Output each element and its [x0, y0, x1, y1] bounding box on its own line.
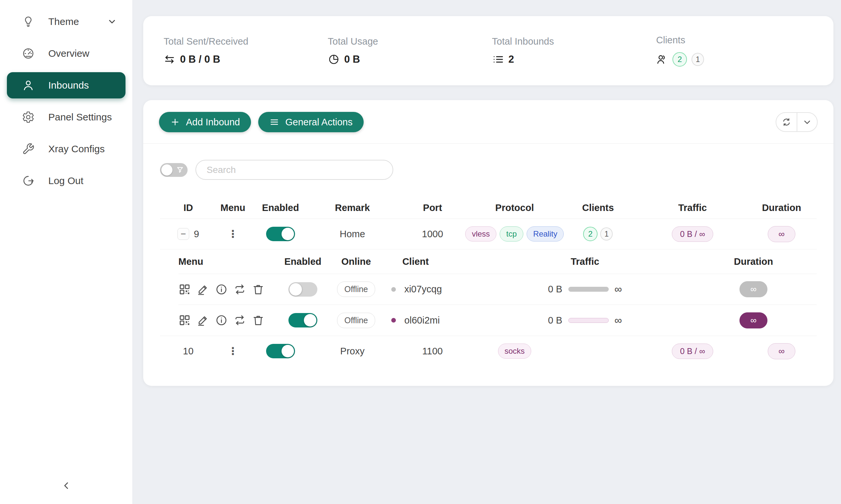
qr-code-button[interactable]: [178, 283, 191, 295]
clients-active-badge: 2: [672, 52, 687, 67]
traffic-cell: 0 B / ∞: [639, 344, 746, 359]
traffic-progress-bar: [568, 287, 609, 292]
traffic-cell: 0 B / ∞: [639, 227, 746, 242]
client-duration-badge: ∞: [739, 281, 768, 297]
edit-button[interactable]: [197, 283, 209, 295]
delete-button[interactable]: [252, 283, 264, 295]
stat-label: Clients: [656, 35, 820, 46]
col-header-enabled: Enabled: [250, 202, 312, 213]
inbounds-card: Add Inbound General Actions: [143, 100, 834, 386]
reset-traffic-button[interactable]: [234, 314, 246, 326]
funnel-icon: [176, 166, 184, 174]
online-status-badge: Offline: [337, 313, 375, 328]
stat-label: Total Usage: [328, 36, 492, 47]
sidebar-item-label: Log Out: [48, 175, 117, 186]
plus-icon: [170, 117, 180, 127]
sidebar-item-label: Inbounds: [48, 80, 117, 91]
sidebar-collapse-button[interactable]: [0, 476, 132, 496]
stat-label: Total Inbounds: [492, 36, 656, 47]
stat-label: Total Sent/Received: [164, 36, 328, 47]
chevron-down-icon: [107, 17, 117, 26]
col-header-duration: Duration: [746, 202, 817, 213]
col-header-clients: Clients: [557, 202, 639, 213]
inbound-id: 9: [194, 229, 199, 239]
refresh-icon: [782, 117, 791, 127]
qr-code-button[interactable]: [178, 314, 191, 326]
duration-cell: ∞: [746, 343, 817, 359]
filter-toggle[interactable]: [160, 163, 188, 177]
subcol-header-online: Online: [328, 256, 384, 267]
sidebar-item-xray-configs[interactable]: Xray Configs: [7, 136, 125, 162]
client-enabled-toggle[interactable]: [289, 282, 317, 296]
table-row-inbound-9: − 9 ⋮ Home 1000 vless tcp Reality 2 1: [160, 219, 817, 249]
inbounds-table: ID Menu Enabled Remark Port Protocol Cli…: [160, 197, 817, 366]
toggle-knob: [281, 345, 294, 357]
clients-deactivated-badge: 1: [691, 53, 704, 66]
refresh-button[interactable]: [776, 113, 797, 131]
gear-icon: [21, 110, 35, 124]
traffic-cap: ∞: [615, 314, 622, 326]
chevron-down-icon: [802, 117, 812, 127]
sidebar-item-theme[interactable]: Theme: [7, 8, 125, 35]
clients-subtable: Menu Enabled Online Client Traffic Durat…: [178, 249, 817, 336]
reset-traffic-button[interactable]: [234, 283, 246, 295]
info-button[interactable]: [215, 283, 228, 295]
online-status-badge: Offline: [337, 282, 375, 297]
sidebar-item-overview[interactable]: Overview: [7, 40, 125, 67]
client-actions: [178, 283, 277, 295]
client-status-dot: [391, 287, 396, 292]
app-root: Theme Overview Inbounds Panel Settings: [0, 0, 841, 504]
subcol-header-client: Client: [384, 256, 480, 267]
client-enabled-toggle[interactable]: [289, 313, 317, 327]
traffic-badge: 0 B / ∞: [672, 227, 713, 242]
toggle-knob: [281, 228, 294, 240]
protocol-badge-socks: socks: [498, 344, 531, 359]
clients-deactivated-badge: 1: [600, 228, 613, 240]
client-row-xi07ycqg: Offline xi07ycqg 0 B ∞ ∞: [178, 274, 817, 305]
stat-total-usage: Total Usage 0 B: [328, 36, 492, 65]
pie-chart-icon: [328, 53, 340, 65]
enabled-toggle[interactable]: [266, 227, 295, 241]
row-menu-button[interactable]: ⋮: [228, 346, 238, 356]
table-header-row: ID Menu Enabled Remark Port Protocol Cli…: [160, 197, 817, 219]
traffic-used: 0 B: [548, 315, 562, 326]
enabled-toggle[interactable]: [266, 344, 295, 358]
lightbulb-icon: [21, 15, 35, 29]
col-header-protocol: Protocol: [472, 202, 557, 213]
id-cell: − 9: [160, 228, 217, 240]
menu-lines-icon: [269, 117, 279, 127]
add-inbound-button[interactable]: Add Inbound: [159, 112, 251, 132]
main-content: Total Sent/Received 0 B / 0 B Total Usag…: [132, 0, 841, 504]
sidebar-item-panel-settings[interactable]: Panel Settings: [7, 104, 125, 130]
protocol-cell: vless tcp Reality: [472, 227, 557, 241]
row-menu-button[interactable]: ⋮: [228, 229, 238, 239]
sidebar-item-inbounds[interactable]: Inbounds: [7, 72, 125, 98]
list-icon: [492, 53, 504, 65]
search-input[interactable]: [195, 160, 393, 180]
delete-button[interactable]: [252, 314, 264, 326]
client-status-dot: [391, 318, 396, 323]
toolbar: Add Inbound General Actions: [143, 112, 834, 132]
refresh-options-button[interactable]: [797, 113, 817, 131]
traffic-badge: 0 B / ∞: [672, 344, 713, 359]
general-actions-button[interactable]: General Actions: [258, 112, 364, 132]
transfer-arrows-icon: [164, 53, 175, 65]
client-cell: ol60i2mi: [384, 315, 480, 326]
collapse-row-button[interactable]: −: [177, 228, 189, 240]
sidebar-item-log-out[interactable]: Log Out: [7, 168, 125, 194]
edit-button[interactable]: [197, 314, 209, 326]
add-inbound-label: Add Inbound: [186, 117, 240, 128]
stats-card: Total Sent/Received 0 B / 0 B Total Usag…: [143, 16, 834, 85]
subtable-header-row: Menu Enabled Online Client Traffic Durat…: [178, 249, 817, 274]
person-icon: [21, 78, 35, 92]
traffic-used: 0 B: [548, 284, 562, 295]
sidebar-item-label: Theme: [48, 16, 107, 27]
general-actions-label: General Actions: [285, 117, 353, 128]
sidebar-item-label: Panel Settings: [48, 111, 117, 123]
table-row-inbound-10: 10 ⋮ Proxy 1100 socks 0 B / ∞ ∞: [160, 336, 817, 366]
info-button[interactable]: [215, 314, 228, 326]
toggle-knob: [161, 164, 172, 176]
chevron-left-icon: [61, 480, 72, 491]
subcol-header-enabled: Enabled: [277, 256, 328, 267]
stat-value: 2: [509, 53, 514, 65]
